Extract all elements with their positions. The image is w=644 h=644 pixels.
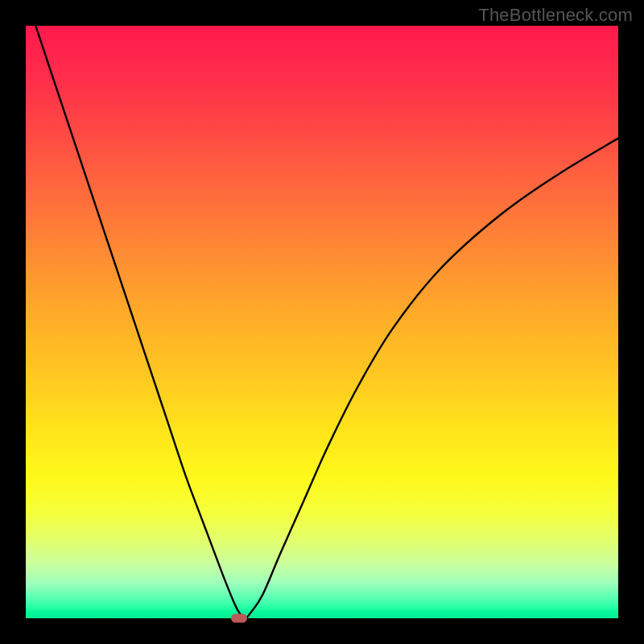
bottleneck-curve bbox=[26, 26, 618, 618]
chart-frame: TheBottleneck.com bbox=[0, 0, 644, 644]
optimal-point-marker bbox=[231, 614, 247, 623]
chart-plot-area bbox=[26, 26, 618, 618]
watermark-text: TheBottleneck.com bbox=[478, 5, 633, 26]
